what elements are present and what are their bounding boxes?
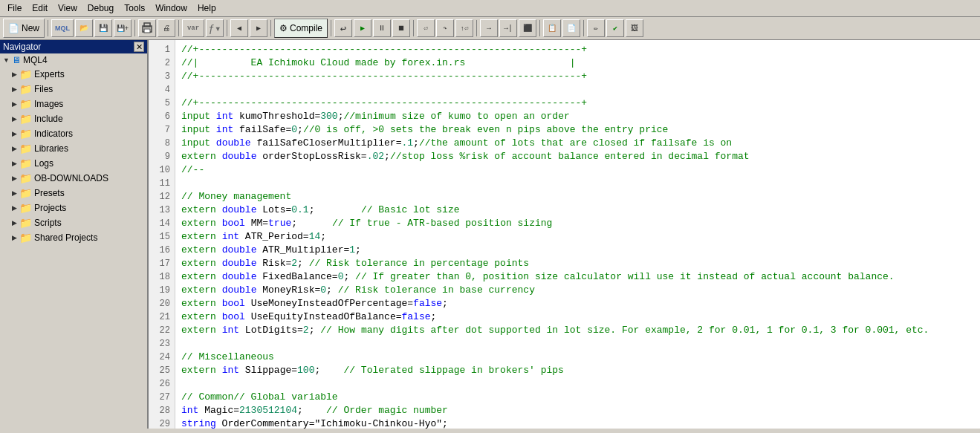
images-folder-icon: 📁 (19, 98, 32, 110)
files-folder-icon: 📁 (19, 83, 32, 95)
menu-window[interactable]: Window (151, 1, 192, 15)
nav-item-shared-projects[interactable]: ▶ 📁 Shared Projects (0, 230, 147, 245)
stop2-button[interactable]: ⬛ (519, 19, 536, 37)
toolbar: 📄 New MQL 📂 💾 💾+ 🖨 var ƒ▾ ◀ ▶ ⚙ Compile … (0, 17, 980, 40)
code-lines[interactable]: //+-------------------------------------… (175, 40, 980, 429)
sep7 (413, 20, 414, 36)
code-line: string OrderCommentary="Ichimoku-Chinkou… (181, 417, 974, 429)
copy-button[interactable]: 📋 (543, 19, 561, 37)
new-doc-icon: 📄 (8, 23, 19, 33)
navigator-header: Navigator ✕ (0, 40, 147, 53)
presets-expand: ▶ (12, 189, 17, 197)
menu-view[interactable]: View (53, 1, 82, 15)
code-line: extern double FixedBalance=0; // If grea… (181, 270, 974, 284)
compile-label: Compile (290, 23, 322, 33)
nav-item-presets[interactable]: ▶ 📁 Presets (0, 186, 147, 201)
experts-folder-icon: 📁 (19, 68, 32, 80)
step-in-button[interactable]: ⏎ (417, 19, 435, 37)
undo-button[interactable]: ↩ (334, 19, 352, 37)
step-over-button[interactable]: ↷ (436, 19, 454, 37)
forward-button[interactable]: ▶ (250, 19, 267, 37)
nav-item-projects[interactable]: ▶ 📁 Projects (0, 201, 147, 215)
code-content: 1234567891011121314151617181920212223242… (149, 40, 980, 429)
print-button[interactable] (138, 19, 156, 37)
libraries-expand: ▶ (12, 145, 17, 152)
navigator-close-button[interactable]: ✕ (134, 42, 144, 52)
nav-item-files[interactable]: ▶ 📁 Files (0, 82, 147, 97)
pause-button[interactable]: ⏸ (373, 19, 391, 37)
line-number: 4 (153, 83, 170, 97)
line-number: 19 (153, 284, 170, 297)
code-line: // Miscellaneous (181, 351, 974, 364)
code-line: input int kumoThreshold=300;//minimum si… (181, 110, 974, 123)
new-button[interactable]: 📄 New (3, 19, 45, 38)
logs-expand: ▶ (12, 160, 17, 167)
nav-item-scripts[interactable]: ▶ 📁 Scripts (0, 215, 147, 230)
save-all-button[interactable]: 💾+ (114, 19, 132, 37)
code-line: // Common// Global variable (181, 391, 974, 404)
nav-item-libraries[interactable]: ▶ 📁 Libraries (0, 141, 147, 156)
image-button[interactable]: 🖼 (626, 19, 643, 37)
save-button[interactable]: 💾 (94, 19, 112, 37)
mql4-button[interactable]: MQL (51, 19, 74, 37)
line-number: 9 (153, 150, 170, 163)
code-line: extern bool UseMoneyInsteadOfPercentage=… (181, 297, 974, 310)
nav-item-logs[interactable]: ▶ 📁 Logs (0, 156, 147, 171)
back-button[interactable]: ◀ (230, 19, 248, 37)
mql4-folder-icon: 🖥 (12, 55, 21, 65)
line-number: 25 (153, 364, 170, 377)
arrow-right-button[interactable]: → (480, 19, 498, 37)
arrow-right2-button[interactable]: →| (499, 19, 517, 37)
code-line: input double failSafeCloserMultiplier=.1… (181, 137, 974, 150)
menu-file[interactable]: File (3, 1, 26, 15)
line-number: 5 (153, 97, 170, 110)
menu-tools[interactable]: Tools (120, 1, 149, 15)
code-editor[interactable]: 1234567891011121314151617181920212223242… (149, 40, 980, 429)
scripts-folder-icon: 📁 (19, 217, 32, 229)
shared-projects-label: Shared Projects (34, 232, 97, 243)
nav-item-indicators[interactable]: ▶ 📁 Indicators (0, 126, 147, 141)
code-line: //+-------------------------------------… (181, 97, 974, 110)
code-line: input int failSafe=0;//0 is off, >0 sets… (181, 123, 974, 137)
projects-label: Projects (34, 203, 66, 213)
stop-button[interactable]: ⏹ (392, 19, 410, 37)
compile-button[interactable]: ⚙ Compile (274, 19, 328, 38)
nav-item-experts[interactable]: ▶ 📁 Experts (0, 67, 147, 82)
pencil-button[interactable]: ✏ (587, 19, 605, 37)
code-line: int Magic=2130512104; // Order magic num… (181, 404, 974, 417)
line-number: 14 (153, 217, 170, 230)
var-button[interactable]: var (182, 19, 204, 37)
nav-root-mql4[interactable]: ▼ 🖥 MQL4 (0, 53, 147, 67)
indicators-label: Indicators (34, 128, 73, 139)
scripts-label: Scripts (34, 218, 62, 228)
main-layout: Navigator ✕ ▼ 🖥 MQL4 ▶ 📁 Experts ▶ 📁 Fil… (0, 40, 980, 429)
line-numbers: 1234567891011121314151617181920212223242… (149, 40, 175, 429)
libraries-label: Libraries (34, 143, 68, 154)
sep6 (331, 20, 331, 36)
function-button[interactable]: ƒ▾ (206, 19, 224, 37)
projects-expand: ▶ (12, 204, 17, 212)
sep8 (476, 20, 477, 36)
line-number: 26 (153, 377, 170, 391)
indicators-folder-icon: 📁 (19, 128, 32, 140)
nav-item-include[interactable]: ▶ 📁 Include (0, 111, 147, 126)
line-number: 10 (153, 163, 170, 177)
nav-item-images[interactable]: ▶ 📁 Images (0, 97, 147, 111)
line-number: 3 (153, 70, 170, 83)
nav-item-ob-downloads[interactable]: ▶ 📁 OB-DOWNLOADS (0, 171, 147, 186)
sep3 (178, 20, 179, 36)
menu-edit[interactable]: Edit (27, 1, 52, 15)
paste-button[interactable]: 📄 (562, 19, 580, 37)
line-number: 24 (153, 351, 170, 364)
menu-help[interactable]: Help (193, 1, 221, 15)
open-button[interactable]: 📂 (75, 19, 93, 37)
step-out-button[interactable]: ↑⏎ (455, 19, 473, 37)
code-line: //| EA Ichimoku Cloud made by forex.in.r… (181, 56, 974, 70)
presets-folder-icon: 📁 (19, 187, 32, 199)
menu-debug[interactable]: Debug (83, 1, 118, 15)
check-button[interactable]: ✔ (606, 19, 624, 37)
code-line: extern double Lots=0.1; // Basic lot siz… (181, 204, 974, 217)
print-preview-button[interactable]: 🖨 (158, 19, 175, 37)
code-line: extern int LotDigits=2; // How many digi… (181, 324, 974, 337)
play-button[interactable]: ▶ (354, 19, 371, 37)
